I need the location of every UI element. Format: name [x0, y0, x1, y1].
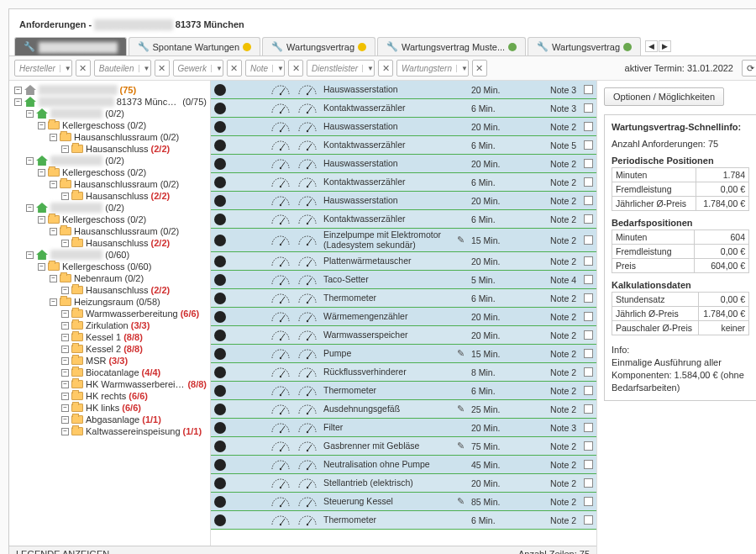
tree-node[interactable]: − Warmwasserbereitung (6/6) — [60, 308, 208, 319]
row-checkbox[interactable] — [584, 103, 593, 113]
toggle-icon[interactable]: − — [38, 216, 45, 224]
chevron-down-icon[interactable]: ▼ — [139, 65, 150, 72]
tree-node[interactable]: − Heizungsraum (0/58) — [48, 296, 208, 308]
toggle-icon[interactable]: − — [50, 275, 57, 282]
filter-wartungstern[interactable]: Wartungstern▼ — [396, 60, 469, 77]
edit-icon[interactable]: ✎ — [454, 496, 466, 507]
row-checkbox[interactable] — [584, 140, 593, 150]
toggle-icon[interactable]: − — [61, 145, 69, 153]
legend-toggle[interactable]: LEGENDE ANZEIGEN — [16, 549, 109, 554]
toggle-icon[interactable]: − — [38, 263, 45, 271]
grid-row[interactable]: Stellantrieb (elektrisch)20 Min.Note 2 — [211, 474, 596, 493]
row-checkbox[interactable] — [584, 423, 593, 432]
grid-row[interactable]: Thermometer6 Min.Note 2 — [211, 382, 596, 400]
tab-scroll-right[interactable]: ▶ — [659, 40, 671, 52]
tree-node[interactable]: − MSR (3/3) — [60, 355, 208, 367]
row-checkbox[interactable] — [584, 85, 593, 94]
tree-node[interactable]: − Hausanschluss (2/2) — [60, 190, 208, 202]
tree-node[interactable]: − HK links (6/6) — [60, 402, 208, 414]
grid-row[interactable]: Kontaktwasserzähler6 Min.Note 2 — [211, 210, 596, 229]
grid-row[interactable]: Kontaktwasserzähler6 Min.Note 3 — [211, 99, 596, 118]
row-checkbox[interactable] — [584, 349, 593, 358]
row-checkbox[interactable] — [584, 478, 593, 488]
tab-1[interactable]: 🔧Spontane Wartungen — [129, 37, 261, 55]
tree-node[interactable]: − Hausanschluss (2/2) — [60, 284, 208, 296]
filter-clear-button[interactable]: ✕ — [378, 60, 393, 77]
toggle-icon[interactable]: − — [61, 322, 69, 330]
toggle-icon[interactable]: − — [61, 240, 69, 247]
toggle-icon[interactable]: − — [61, 287, 69, 294]
tree-node[interactable]: − Biocatanlage (4/4) — [60, 367, 208, 378]
tree-node[interactable]: − HK Warmwasserbereitung (8/8) — [60, 378, 208, 390]
grid-row[interactable]: Kontaktwasserzähler6 Min.Note 5 — [211, 136, 596, 155]
row-checkbox[interactable] — [584, 256, 593, 266]
tree-node[interactable]: − Hausanschlussraum (0/2) — [48, 225, 208, 237]
chevron-down-icon[interactable]: ▼ — [272, 65, 284, 72]
grid-row[interactable]: Plattenwärmetauscher20 Min.Note 2 — [211, 252, 596, 271]
toggle-icon[interactable]: − — [61, 381, 69, 388]
filter-dienstleister[interactable]: Dienstleister▼ — [307, 60, 375, 77]
toggle-icon[interactable]: − — [61, 346, 69, 353]
toggle-icon[interactable]: − — [26, 157, 34, 165]
tree-view[interactable]: −████████████ (75)−████████████ 81373 Mü… — [9, 81, 211, 546]
toggle-icon[interactable]: − — [61, 334, 69, 341]
grid-row[interactable]: Thermometer6 Min.Note 2 — [211, 289, 596, 308]
row-checkbox[interactable] — [584, 275, 593, 284]
grid-row[interactable]: Hauswasserstation20 Min.Note 2 — [211, 192, 596, 210]
row-checkbox[interactable] — [584, 441, 593, 451]
grid-row[interactable]: Rückflussverhinderer8 Min.Note 2 — [211, 363, 596, 382]
tree-node[interactable]: − Hausanschluss (2/2) — [60, 143, 208, 155]
row-checkbox[interactable] — [584, 214, 593, 224]
tree-node[interactable]: − Kellergeschoss (0/2) — [36, 119, 208, 131]
row-checkbox[interactable] — [584, 122, 593, 131]
toggle-icon[interactable]: − — [61, 357, 69, 365]
row-checkbox[interactable] — [584, 515, 593, 525]
toggle-icon[interactable]: − — [26, 251, 34, 259]
grid-row[interactable]: Taco-Setter5 Min.Note 4 — [211, 271, 596, 289]
toggle-icon[interactable]: − — [38, 169, 45, 177]
toggle-icon[interactable]: − — [50, 298, 57, 306]
filter-hersteller[interactable]: Hersteller▼ — [14, 60, 72, 77]
tree-node[interactable]: − Kessel 1 (8/8) — [60, 331, 208, 343]
tree-node[interactable]: −████████ (0/2) — [24, 155, 208, 166]
tab-scroll-left[interactable]: ◀ — [645, 40, 658, 52]
tree-node[interactable]: −████████ (0/2) — [24, 108, 208, 119]
tab-3[interactable]: 🔧Wartungsvertrag Muste... — [377, 37, 526, 55]
grid-row[interactable]: Wärmemengenzähler20 Min.Note 2 — [211, 308, 596, 326]
toggle-icon[interactable]: − — [61, 404, 69, 412]
row-checkbox[interactable] — [584, 159, 593, 168]
toggle-icon[interactable]: − — [61, 428, 69, 435]
tree-node[interactable]: −████████████ 81373 München (0/75) — [13, 96, 208, 108]
grid-row[interactable]: Thermometer6 Min.Note 2 — [211, 511, 596, 530]
chevron-down-icon[interactable]: ▼ — [60, 65, 71, 72]
tree-node[interactable]: − Kessel 2 (8/8) — [60, 343, 208, 355]
filter-clear-button[interactable]: ✕ — [155, 60, 170, 77]
tree-node[interactable]: −████████ (0/60) — [24, 249, 208, 261]
tree-node[interactable]: −████████████ (75) — [13, 84, 208, 96]
refresh-button[interactable]: ⟳ — [742, 60, 756, 77]
tree-node[interactable]: − Hausanschlussraum (0/2) — [48, 131, 208, 143]
tree-node[interactable]: − Kellergeschoss (0/2) — [36, 166, 208, 178]
tree-node[interactable]: − Hausanschluss (2/2) — [60, 237, 208, 249]
row-checkbox[interactable] — [584, 330, 593, 340]
grid-row[interactable]: Gasbrenner mit Gebläse✎75 Min.Note 2 — [211, 437, 596, 456]
toggle-icon[interactable]: − — [50, 228, 57, 235]
toggle-icon[interactable]: − — [14, 98, 22, 106]
toggle-icon[interactable]: − — [61, 393, 69, 400]
toggle-icon[interactable]: − — [38, 122, 45, 129]
grid-row[interactable]: Neutralisation ohne Pumpe45 Min.Note 2 — [211, 456, 596, 474]
filter-gewerk[interactable]: Gewerk▼ — [173, 60, 223, 77]
grid-row[interactable]: Filter20 Min.Note 3 — [211, 419, 596, 437]
row-checkbox[interactable] — [584, 460, 593, 469]
toggle-icon[interactable]: − — [61, 416, 69, 424]
tab-4[interactable]: 🔧Wartungsvertrag — [528, 37, 641, 55]
tree-node[interactable]: − Kaltwassereinspeisung (1/1) — [60, 425, 208, 437]
row-checkbox[interactable] — [584, 497, 593, 506]
toggle-icon[interactable]: − — [61, 369, 69, 377]
tab-2[interactable]: 🔧Wartungsvertrag — [262, 37, 375, 55]
options-button[interactable]: Optionen / Möglichkeiten — [604, 87, 724, 106]
grid-row[interactable]: Warmwasserspeicher20 Min.Note 2 — [211, 326, 596, 345]
row-checkbox[interactable] — [584, 367, 593, 377]
tree-node[interactable]: − HK rechts (6/6) — [60, 390, 208, 402]
filter-bauteilen[interactable]: Bauteilen▼ — [94, 60, 151, 77]
